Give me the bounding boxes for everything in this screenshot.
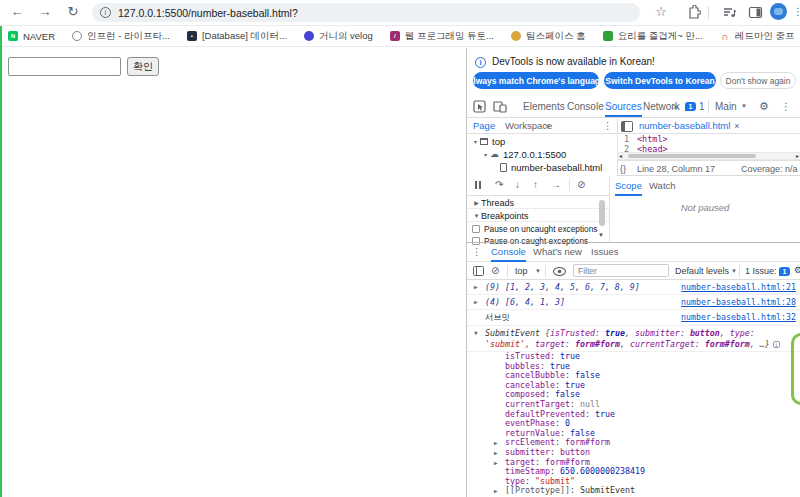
bookmark-item[interactable]: ∩레드마인 중프 bbox=[720, 30, 795, 43]
settings-gear-icon[interactable]: ⚙ bbox=[759, 96, 769, 117]
deactivate-breakpoints-icon[interactable]: ⊘ bbox=[577, 179, 585, 190]
expand-icon[interactable]: ▶ bbox=[494, 458, 498, 468]
step-out-icon[interactable]: ↑ bbox=[533, 179, 538, 190]
inspect-icon[interactable] bbox=[473, 100, 486, 113]
tab-console[interactable]: Console bbox=[567, 96, 604, 117]
address-bar[interactable]: i 127.0.0.1:5500/number-baseball.html? bbox=[92, 3, 640, 22]
media-controls-icon[interactable] bbox=[722, 5, 737, 20]
collapse-icon[interactable]: ▼ bbox=[474, 329, 478, 336]
tree-item[interactable]: number-baseball.html bbox=[467, 161, 617, 174]
expand-icon[interactable]: ▶ bbox=[474, 283, 478, 290]
tab-elements[interactable]: Elements bbox=[523, 96, 565, 117]
cursor-position: Line 28, Column 17 bbox=[637, 164, 715, 174]
number-input[interactable] bbox=[8, 57, 121, 76]
chevron-down-icon: ▼ bbox=[731, 268, 737, 274]
tab-sources[interactable]: Sources bbox=[605, 96, 642, 117]
console-tab-what-s-new[interactable]: What's new bbox=[533, 246, 582, 257]
bookmark-item[interactable]: /웹 프로그래밍 튜토... bbox=[390, 30, 494, 43]
expand-icon[interactable]: ▶ bbox=[494, 448, 498, 458]
clear-console-icon[interactable]: ⊘ bbox=[491, 265, 499, 276]
preview-segment: button bbox=[690, 328, 720, 338]
step-icon[interactable]: → bbox=[551, 179, 561, 190]
issues-bubble-icon[interactable]: 1 bbox=[779, 267, 790, 276]
property-key: isTrusted bbox=[505, 351, 550, 361]
console-sidebar-icon[interactable] bbox=[473, 266, 484, 276]
bookmark-item[interactable]: 팀스페이스 홈 bbox=[511, 30, 586, 43]
tab-watch[interactable]: Watch bbox=[649, 180, 676, 191]
issues-bubble-icon[interactable]: 1 bbox=[685, 102, 696, 111]
more-tabs-icon[interactable]: » bbox=[673, 96, 679, 117]
threads-section[interactable]: ▶ Threads bbox=[467, 197, 609, 209]
console-filter-input[interactable] bbox=[573, 264, 669, 277]
console-source-link[interactable]: number-baseball.html:32 bbox=[681, 312, 796, 322]
reload-icon[interactable]: ↻ bbox=[64, 3, 82, 21]
expand-icon[interactable]: ▶ bbox=[494, 438, 498, 448]
bookmark-item[interactable]: •[Database] 데이터... bbox=[187, 30, 287, 43]
property-colon: : bbox=[565, 370, 575, 380]
scroll-left-icon[interactable]: ◂ bbox=[619, 152, 622, 159]
bookmark-star-icon[interactable]: ☆ bbox=[652, 3, 670, 21]
bookmark-item[interactable]: 인프런 - 라이프타... bbox=[72, 30, 170, 43]
device-toolbar-icon[interactable] bbox=[493, 100, 507, 113]
bookmark-item[interactable]: NNAVER bbox=[8, 30, 55, 43]
context-selector[interactable]: top bbox=[515, 266, 528, 276]
tab-page[interactable]: Page bbox=[473, 120, 495, 131]
checkbox[interactable] bbox=[472, 225, 480, 233]
console-menu-icon[interactable]: ⋮ bbox=[472, 246, 482, 257]
step-into-icon[interactable]: ↓ bbox=[515, 179, 520, 190]
file-tab[interactable]: number-baseball.html× bbox=[639, 120, 740, 131]
match-language-button[interactable]: Always match Chrome's language bbox=[473, 72, 599, 89]
issue-counter[interactable]: 1 Issue: bbox=[745, 266, 777, 276]
scrollbar-thumb[interactable] bbox=[599, 200, 605, 226]
scroll-down-icon[interactable]: ▼ bbox=[598, 232, 604, 238]
tree-item[interactable]: ▾☁127.0.0.1:5500 bbox=[467, 148, 617, 161]
pretty-print-icon[interactable]: {} bbox=[620, 164, 626, 174]
preview-segment: true bbox=[605, 328, 625, 338]
extensions-icon[interactable] bbox=[686, 5, 701, 20]
site-info-icon[interactable]: i bbox=[100, 7, 111, 18]
pause-icon[interactable] bbox=[475, 181, 483, 191]
expand-icon[interactable]: ▶ bbox=[494, 486, 498, 496]
tab-scope[interactable]: Scope bbox=[615, 180, 642, 196]
back-icon[interactable]: ← bbox=[8, 3, 26, 21]
breakpoints-section[interactable]: ▼ Breakpoints bbox=[467, 210, 609, 222]
scrollbar-thumb[interactable] bbox=[628, 154, 756, 158]
console-source-link[interactable]: number-baseball.html:28 bbox=[681, 297, 796, 307]
bookmark-item[interactable]: 거니의 velog bbox=[304, 30, 373, 43]
console-tab-console[interactable]: Console bbox=[491, 246, 526, 262]
property-value: false bbox=[570, 428, 595, 438]
navigator-menu-icon[interactable]: ⋮ bbox=[603, 120, 613, 131]
profile-avatar[interactable] bbox=[770, 3, 787, 20]
console-settings-icon[interactable]: ⚙ bbox=[794, 265, 800, 275]
navigator-toggle-icon[interactable] bbox=[621, 121, 633, 132]
forward-icon[interactable]: → bbox=[36, 3, 54, 21]
step-over-icon[interactable]: ↷ bbox=[495, 179, 503, 190]
devtools-menu-icon[interactable]: ⋮ bbox=[781, 96, 791, 117]
console-source-link[interactable]: number-baseball.html:21 bbox=[681, 282, 796, 292]
editor-statusbar: {} Line 28, Column 17 Coverage: n/a bbox=[617, 160, 800, 176]
coverage-status: Coverage: n/a bbox=[741, 164, 798, 174]
log-levels-dropdown[interactable]: Default levels bbox=[675, 266, 729, 276]
breakpoint-checkbox-row[interactable]: Pause on uncaught exceptions bbox=[467, 223, 609, 235]
devtools-panel: i DevTools is now available in Korean! A… bbox=[466, 48, 800, 497]
property-key: srcElement bbox=[505, 437, 555, 447]
tree-item[interactable]: ▾top bbox=[467, 135, 617, 148]
property-row[interactable]: ▶[[Prototype]]: SubmitEvent bbox=[505, 486, 800, 496]
main-menu-dropdown[interactable]: Main bbox=[715, 96, 737, 117]
editor-hscrollbar[interactable]: ◂ ▸ bbox=[617, 152, 800, 160]
eye-icon[interactable] bbox=[553, 267, 566, 276]
bookmark-item[interactable]: 요리를 즐겁게~ 만... bbox=[603, 30, 703, 43]
confirm-button[interactable]: 확인 bbox=[127, 57, 159, 76]
debugger-scrollbar[interactable]: ▼ bbox=[598, 198, 606, 241]
switch-korean-button[interactable]: Switch DevTools to Korean bbox=[604, 72, 716, 89]
scroll-right-icon[interactable]: ▸ bbox=[796, 152, 799, 159]
browser-menu-icon[interactable]: ⋮ bbox=[789, 3, 800, 21]
expand-icon[interactable]: ▶ bbox=[474, 298, 478, 305]
dismiss-button[interactable]: Don't show again bbox=[720, 72, 796, 89]
chevron-right-icon: ▶ bbox=[472, 199, 481, 206]
close-icon[interactable]: × bbox=[734, 121, 739, 131]
sidebar-overflow-icon[interactable]: » bbox=[545, 120, 550, 131]
property-value: false bbox=[575, 370, 600, 380]
side-panel-icon[interactable] bbox=[748, 5, 763, 20]
console-tab-issues[interactable]: Issues bbox=[591, 246, 618, 257]
